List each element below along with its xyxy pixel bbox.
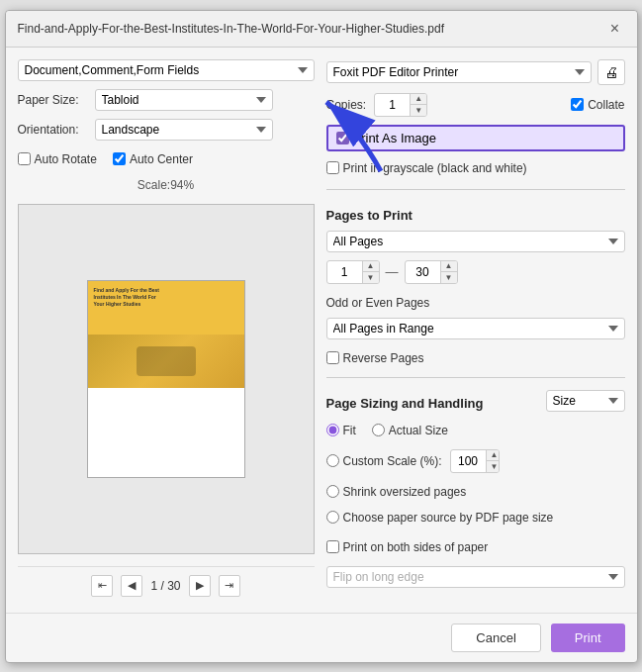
page-to-down-button[interactable]: ▼ bbox=[441, 272, 457, 283]
printer-icon: 🖨 bbox=[604, 64, 618, 80]
page-sizing-header: Page Sizing and Handling Size bbox=[326, 390, 625, 412]
shrink-radio[interactable] bbox=[326, 485, 339, 498]
paper-size-label: Paper Size: bbox=[18, 93, 87, 107]
orientation-select[interactable]: Landscape bbox=[95, 119, 273, 141]
copies-input[interactable] bbox=[375, 96, 410, 114]
pdf-text: Find and Apply For the Best Institutes I… bbox=[94, 287, 238, 308]
both-sides-row: Print on both sides of paper bbox=[326, 540, 625, 554]
copies-spinner-buttons: ▲ ▼ bbox=[410, 94, 426, 116]
left-panel: Document,Comment,Form Fields Paper Size:… bbox=[18, 59, 315, 601]
printer-select[interactable]: Foxit PDF Editor Printer bbox=[326, 61, 592, 83]
print-dialog: Find-and-Apply-For-the-Best-Institutes-I… bbox=[5, 10, 638, 663]
right-panel: Foxit PDF Editor Printer 🖨 Copies: ▲ ▼ bbox=[326, 59, 625, 601]
fit-option[interactable]: Fit bbox=[326, 424, 356, 437]
pdf-bottom bbox=[88, 388, 244, 476]
divider-1 bbox=[326, 189, 625, 190]
choose-paper-option[interactable]: Choose paper source by PDF page size bbox=[326, 511, 554, 525]
pdf-top: Find and Apply For the Best Institutes I… bbox=[88, 281, 244, 389]
orientation-label: Orientation: bbox=[18, 123, 87, 137]
range-dash: — bbox=[386, 264, 399, 279]
print-as-image-label: Print As Image bbox=[353, 131, 437, 145]
both-sides-checkbox[interactable] bbox=[326, 540, 339, 553]
scale-spinner-buttons: ▲ ▼ bbox=[486, 450, 500, 472]
actual-size-option[interactable]: Actual Size bbox=[372, 424, 448, 437]
shrink-option[interactable]: Shrink oversized pages bbox=[326, 485, 467, 499]
grayscale-checkbox[interactable] bbox=[326, 161, 339, 174]
dialog-footer: Cancel Print bbox=[6, 613, 637, 662]
print-button[interactable]: Print bbox=[551, 624, 625, 652]
copies-row: Copies: ▲ ▼ Collate bbox=[326, 93, 625, 117]
flip-row: Flip on long edge bbox=[326, 566, 625, 588]
nav-prev-button[interactable]: ◀ bbox=[121, 575, 142, 597]
grayscale-row: Print in grayscale (black and white) bbox=[326, 159, 625, 177]
print-as-image-row: Print As Image bbox=[326, 125, 625, 151]
nav-next-button[interactable]: ▶ bbox=[189, 575, 211, 597]
custom-scale-input[interactable] bbox=[451, 452, 486, 470]
page-info: 1 / 30 bbox=[150, 579, 180, 593]
print-as-image-checkbox[interactable] bbox=[336, 132, 349, 144]
page-to-spinner-buttons: ▲ ▼ bbox=[440, 261, 457, 283]
copies-label: Copies: bbox=[326, 98, 367, 112]
page-sizing-title: Page Sizing and Handling bbox=[326, 396, 484, 411]
page-from-down-button[interactable]: ▼ bbox=[363, 272, 379, 283]
actual-size-radio[interactable] bbox=[372, 424, 385, 436]
page-from-up-button[interactable]: ▲ bbox=[363, 261, 379, 272]
all-pages-select[interactable]: All Pages bbox=[326, 231, 625, 252]
orientation-row: Orientation: Landscape bbox=[18, 119, 315, 141]
scale-down-button[interactable]: ▼ bbox=[487, 461, 500, 472]
nav-first-button[interactable]: ⇤ bbox=[91, 575, 113, 597]
document-type-select[interactable]: Document,Comment,Form Fields bbox=[18, 59, 315, 81]
odd-even-select[interactable]: All Pages in Range bbox=[326, 318, 625, 339]
preview-area: Find and Apply For the Best Institutes I… bbox=[18, 204, 315, 554]
shrink-row: Shrink oversized pages bbox=[326, 485, 625, 499]
collate-label[interactable]: Collate bbox=[571, 98, 624, 112]
auto-rotate-checkbox[interactable] bbox=[18, 152, 31, 165]
printer-row: Foxit PDF Editor Printer 🖨 bbox=[326, 59, 625, 85]
both-sides-label: Print on both sides of paper bbox=[343, 540, 489, 554]
pages-to-print-title: Pages to Print bbox=[326, 208, 625, 223]
pdf-image-area bbox=[88, 335, 244, 388]
page-range-row: ▲ ▼ — ▲ ▼ bbox=[326, 260, 625, 284]
flip-select[interactable]: Flip on long edge bbox=[326, 566, 625, 588]
nav-bar: ⇤ ◀ 1 / 30 ▶ ⇥ bbox=[18, 566, 315, 601]
auto-center-label[interactable]: Auto Center bbox=[113, 152, 193, 166]
paper-size-row: Paper Size: Tabloid bbox=[18, 89, 315, 111]
custom-scale-row: Custom Scale (%): ▲ ▼ bbox=[326, 449, 625, 473]
page-to-input[interactable] bbox=[406, 263, 440, 281]
auto-center-checkbox[interactable] bbox=[113, 152, 126, 165]
custom-scale-spinner: ▲ ▼ bbox=[450, 449, 500, 473]
custom-scale-option[interactable]: Custom Scale (%): bbox=[326, 454, 442, 468]
auto-rotate-label[interactable]: Auto Rotate bbox=[18, 152, 97, 166]
collate-checkbox[interactable] bbox=[571, 98, 584, 111]
reverse-pages-label: Reverse Pages bbox=[343, 351, 424, 365]
reverse-row: Reverse Pages bbox=[326, 351, 625, 365]
size-select[interactable]: Size bbox=[546, 390, 625, 412]
copies-spinner: ▲ ▼ bbox=[374, 93, 427, 117]
paper-size-select[interactable]: Tabloid bbox=[95, 89, 273, 111]
custom-scale-radio[interactable] bbox=[326, 454, 339, 467]
fit-row: Fit Actual Size bbox=[326, 424, 625, 437]
printer-settings-button[interactable]: 🖨 bbox=[597, 59, 625, 85]
nav-last-button[interactable]: ⇥ bbox=[219, 575, 240, 597]
fit-radio[interactable] bbox=[326, 424, 339, 436]
page-from-spinner-buttons: ▲ ▼ bbox=[362, 261, 379, 283]
title-bar: Find-and-Apply-For-the-Best-Institutes-I… bbox=[6, 11, 637, 48]
choose-paper-radio[interactable] bbox=[326, 511, 339, 524]
page-from-input[interactable] bbox=[327, 263, 362, 281]
cancel-button[interactable]: Cancel bbox=[451, 624, 540, 652]
copies-up-button[interactable]: ▲ bbox=[411, 94, 426, 105]
dialog-title: Find-and-Apply-For-the-Best-Institutes-I… bbox=[18, 22, 605, 36]
odd-even-label: Odd or Even Pages bbox=[326, 296, 625, 310]
scale-text: Scale:94% bbox=[18, 178, 315, 192]
copies-down-button[interactable]: ▼ bbox=[411, 105, 426, 116]
auto-options-row: Auto Rotate Auto Center bbox=[18, 152, 315, 166]
dialog-body: Document,Comment,Form Fields Paper Size:… bbox=[6, 48, 637, 613]
reverse-pages-checkbox[interactable] bbox=[326, 351, 339, 364]
divider-2 bbox=[326, 377, 625, 378]
choose-paper-row: Choose paper source by PDF page size bbox=[326, 511, 625, 525]
close-button[interactable]: × bbox=[605, 19, 625, 39]
pdf-thumbnail: Find and Apply For the Best Institutes I… bbox=[88, 281, 244, 477]
scale-up-button[interactable]: ▲ bbox=[487, 450, 500, 461]
page-preview: Find and Apply For the Best Institutes I… bbox=[87, 280, 245, 478]
page-to-up-button[interactable]: ▲ bbox=[441, 261, 457, 272]
